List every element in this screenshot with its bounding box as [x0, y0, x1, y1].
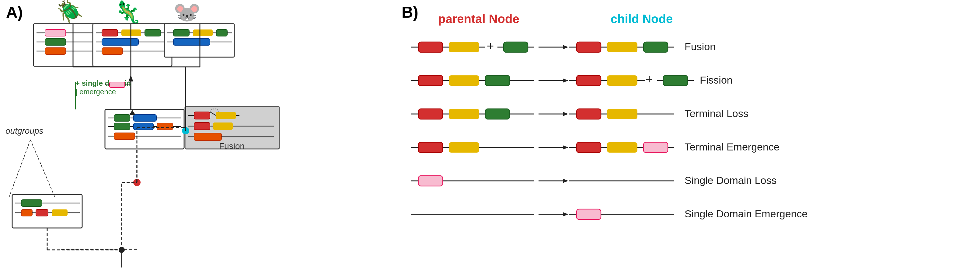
- terminal-emergence-event-label: Terminal Emergence: [684, 141, 780, 152]
- orange-domain: [45, 48, 66, 54]
- svg-rect-44: [194, 122, 210, 130]
- svg-rect-69: [504, 42, 528, 52]
- fusion-label: Fusion: [219, 141, 245, 151]
- mouse-silhouette: 🐭: [173, 0, 201, 25]
- svg-marker-134: [563, 212, 568, 216]
- svg-rect-64: [418, 42, 443, 52]
- svg-rect-29: [114, 123, 130, 130]
- fission-event-label: Fission: [700, 74, 733, 86]
- svg-rect-110: [607, 109, 637, 119]
- outgroup-line-right: [9, 140, 30, 197]
- panel-b-svg: + Fusion: [408, 30, 980, 268]
- svg-rect-74: [577, 42, 601, 52]
- svg-rect-16: [193, 30, 213, 36]
- svg-marker-106: [563, 112, 568, 116]
- panel-a-svg: 🪲 🦎 🐭: [0, 0, 396, 276]
- svg-rect-85: [485, 75, 510, 86]
- terminal-loss-event-label: Terminal Loss: [684, 108, 748, 119]
- svg-rect-11: [102, 48, 123, 54]
- svg-rect-76: [607, 42, 637, 52]
- svg-rect-90: [577, 75, 601, 86]
- svg-rect-96: [663, 75, 687, 86]
- svg-rect-46: [213, 122, 233, 130]
- svg-rect-26: [134, 114, 156, 121]
- svg-rect-55: [21, 209, 32, 216]
- svg-rect-1: [102, 30, 118, 36]
- svg-rect-21: [173, 39, 210, 45]
- outgroups-label: outgroups: [5, 126, 43, 136]
- svg-rect-59: [52, 209, 68, 216]
- single-domain-emergence-label2: | emergence: [75, 87, 116, 96]
- svg-rect-120: [577, 142, 601, 152]
- svg-rect-24: [114, 114, 130, 121]
- svg-rect-83: [449, 75, 479, 86]
- svg-marker-88: [563, 78, 568, 82]
- svg-rect-14: [173, 30, 189, 36]
- svg-rect-66: [449, 42, 479, 52]
- svg-rect-39: [194, 112, 210, 119]
- parental-node-label: parental Node: [438, 12, 519, 26]
- panel-b: B) parental Node child Node +: [396, 0, 980, 276]
- panel-b-label: B): [402, 3, 418, 21]
- svg-rect-41: [216, 112, 236, 119]
- svg-rect-103: [485, 109, 510, 119]
- svg-rect-124: [643, 142, 668, 152]
- child-node-label: child Node: [611, 12, 673, 26]
- svg-marker-130: [563, 179, 568, 183]
- svg-rect-78: [643, 42, 668, 52]
- svg-rect-33: [157, 123, 173, 130]
- svg-rect-49: [194, 133, 221, 140]
- lizard-silhouette: 🦎: [114, 0, 142, 25]
- svg-rect-18: [216, 30, 227, 36]
- svg-rect-57: [36, 209, 48, 216]
- svg-rect-52: [21, 200, 42, 206]
- svg-rect-108: [577, 109, 601, 119]
- svg-rect-122: [607, 142, 637, 152]
- svg-rect-5: [145, 30, 161, 36]
- svg-rect-115: [449, 142, 479, 152]
- svg-rect-101: [449, 109, 479, 119]
- panel-a: A) 🪲 🦎 🐭: [0, 0, 396, 276]
- svg-text:+: +: [646, 73, 652, 86]
- insect-silhouette: 🪲: [56, 0, 84, 25]
- fusion-event-label: Fusion: [684, 41, 716, 52]
- single-domain-emergence-event-label: Single Domain Emergence: [684, 208, 808, 219]
- outgroup-line-left: [30, 140, 55, 197]
- pink-domain-label: [110, 82, 125, 87]
- svg-rect-8: [102, 39, 138, 45]
- svg-rect-92: [607, 75, 637, 86]
- svg-rect-113: [418, 142, 443, 152]
- svg-marker-118: [563, 145, 568, 149]
- panel-b-header: parental Node child Node: [414, 12, 962, 26]
- pink-domain: [45, 30, 66, 36]
- svg-rect-99: [418, 109, 443, 119]
- svg-marker-72: [563, 45, 568, 49]
- plus-fusion: +: [487, 39, 494, 52]
- svg-rect-81: [418, 75, 443, 86]
- svg-rect-127: [418, 176, 443, 186]
- single-domain-loss-event-label: Single Domain Loss: [684, 174, 776, 186]
- main-container: A) 🪲 🦎 🐭: [0, 0, 980, 276]
- green-domain: [45, 39, 66, 45]
- svg-rect-36: [114, 133, 135, 140]
- svg-rect-136: [577, 209, 601, 219]
